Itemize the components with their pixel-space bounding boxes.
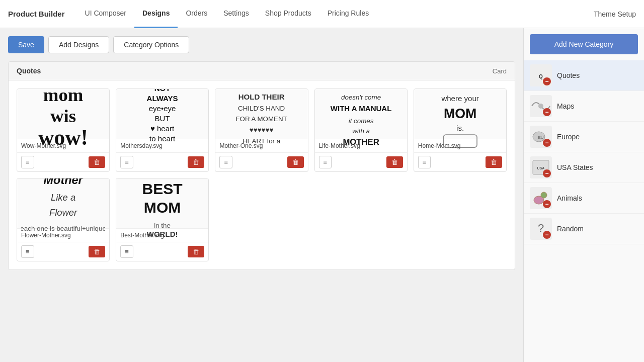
category-name: Maps bbox=[557, 102, 638, 110]
remove-badge[interactable]: − bbox=[543, 200, 551, 208]
nav-item-designs[interactable]: Designs bbox=[134, 0, 178, 28]
design-card-image: MotherLike aFlowereach one is beautiful+… bbox=[17, 178, 109, 229]
section-header: Quotes Card bbox=[9, 62, 515, 80]
svg-text:is.: is. bbox=[456, 124, 464, 132]
svg-point-42 bbox=[541, 192, 547, 198]
design-menu-button[interactable]: ≡ bbox=[219, 156, 232, 168]
svg-text:MOM: MOM bbox=[444, 106, 476, 121]
design-card-actions: ≡ 🗑 bbox=[116, 242, 208, 261]
svg-text:LIFE: LIFE bbox=[352, 88, 370, 90]
design-menu-button[interactable]: ≡ bbox=[319, 156, 332, 168]
svg-text:♥ heart: ♥ heart bbox=[150, 125, 175, 133]
svg-text:eye•eye: eye•eye bbox=[149, 104, 176, 113]
design-card: NOTALWAYSeye•eyeBUT♥ heartto heart Mothe… bbox=[116, 88, 209, 172]
design-card-actions: ≡ 🗑 bbox=[315, 153, 407, 171]
add-designs-button[interactable]: Add Designs bbox=[48, 36, 109, 53]
section-title: Quotes bbox=[17, 67, 41, 75]
category-item[interactable]: EU − Europe bbox=[524, 122, 644, 152]
svg-text:mom: mom bbox=[43, 88, 84, 105]
svg-text:it comes: it comes bbox=[348, 117, 373, 125]
design-menu-button[interactable]: ≡ bbox=[120, 156, 133, 168]
design-delete-button[interactable]: 🗑 bbox=[287, 156, 304, 168]
save-button[interactable]: Save bbox=[8, 36, 44, 53]
category-name: USA States bbox=[557, 163, 638, 171]
svg-text:WITH A MANUAL: WITH A MANUAL bbox=[330, 104, 391, 113]
design-delete-button[interactable]: 🗑 bbox=[188, 156, 204, 168]
nav-item-shop-products[interactable]: Shop Products bbox=[257, 0, 319, 28]
design-card-actions: ≡ 🗑 bbox=[116, 153, 208, 171]
design-menu-button[interactable]: ≡ bbox=[120, 245, 133, 258]
design-card-image: HOMEwhere yourMOMis. bbox=[414, 89, 506, 139]
category-name: Random bbox=[557, 225, 638, 233]
category-item[interactable]: − Maps bbox=[524, 91, 644, 122]
svg-text:Like a: Like a bbox=[51, 192, 75, 203]
svg-text:where your: where your bbox=[441, 94, 478, 103]
svg-text:with a: with a bbox=[352, 127, 370, 135]
design-delete-button[interactable]: 🗑 bbox=[89, 156, 105, 168]
svg-text:HOLD THEIR: HOLD THEIR bbox=[238, 93, 285, 101]
design-card-actions: ≡ 🗑 bbox=[17, 153, 109, 171]
toolbar: Save Add Designs Category Options bbox=[8, 36, 515, 53]
design-delete-button[interactable]: 🗑 bbox=[386, 156, 403, 168]
svg-text:CHILD'S HAND: CHILD'S HAND bbox=[238, 105, 285, 112]
design-card: MOTHERSHOLD THEIRCHILD'S HANDFOR A MOMEN… bbox=[215, 88, 308, 172]
svg-text:HOME: HOME bbox=[444, 88, 476, 90]
category-item[interactable]: Q − Quotes bbox=[524, 60, 644, 91]
category-item[interactable]: − Animals bbox=[524, 183, 644, 214]
category-name: Quotes bbox=[557, 71, 638, 79]
svg-text:doesn't come: doesn't come bbox=[341, 94, 381, 101]
category-options-button[interactable]: Category Options bbox=[113, 36, 189, 53]
svg-text:NOT: NOT bbox=[154, 88, 171, 93]
svg-text:wis: wis bbox=[50, 106, 76, 126]
design-menu-button[interactable]: ≡ bbox=[21, 156, 34, 168]
design-card-image: NOTALWAYSeye•eyeBUT♥ heartto heart bbox=[116, 89, 208, 139]
remove-badge[interactable]: − bbox=[543, 139, 551, 147]
section-badge: Card bbox=[493, 67, 507, 75]
remove-badge[interactable]: − bbox=[543, 77, 551, 85]
svg-text:I HAVE A: I HAVE A bbox=[148, 178, 176, 179]
design-menu-button[interactable]: ≡ bbox=[418, 156, 431, 168]
remove-badge[interactable]: − bbox=[543, 108, 551, 116]
category-thumb: − bbox=[530, 187, 552, 209]
category-thumb: USA − bbox=[530, 156, 552, 178]
svg-text:Flower: Flower bbox=[49, 208, 77, 218]
design-card: LIFEdoesn't comeWITH A MANUALit comeswit… bbox=[314, 88, 408, 172]
svg-text:ALWAYS: ALWAYS bbox=[147, 94, 178, 103]
nav-item-pricing-rules[interactable]: Pricing Rules bbox=[319, 0, 377, 28]
nav-item-orders[interactable]: Orders bbox=[178, 0, 215, 28]
main-area: Save Add Designs Category Options Quotes… bbox=[0, 28, 523, 362]
top-nav: Product Builder UI Composer Designs Orde… bbox=[0, 0, 644, 28]
design-card: MotherLike aFlowereach one is beautiful+… bbox=[17, 178, 110, 261]
svg-text:EU: EU bbox=[538, 135, 543, 140]
category-item[interactable]: USA − USA States bbox=[524, 152, 644, 183]
design-delete-button[interactable]: 🗑 bbox=[188, 246, 204, 257]
svg-text:MOM: MOM bbox=[144, 199, 181, 216]
nav-brand[interactable]: Product Builder bbox=[8, 10, 65, 18]
content-wrapper: Save Add Designs Category Options Quotes… bbox=[0, 28, 644, 362]
design-menu-button[interactable]: ≡ bbox=[21, 245, 34, 258]
remove-badge[interactable]: − bbox=[543, 169, 551, 177]
category-list: Q − Quotes − Maps EU − Europe USA − USA … bbox=[524, 60, 644, 362]
svg-text:Q: Q bbox=[539, 74, 543, 79]
svg-text:BEST: BEST bbox=[142, 180, 183, 197]
nav-items: UI Composer Designs Orders Settings Shop… bbox=[77, 0, 594, 28]
design-card-image: I HAVE ABESTMOMin theWORLD! bbox=[116, 178, 208, 229]
svg-text:USA: USA bbox=[537, 166, 545, 170]
design-delete-button[interactable]: 🗑 bbox=[89, 246, 105, 257]
svg-text:Mother: Mother bbox=[44, 178, 84, 187]
nav-item-settings[interactable]: Settings bbox=[215, 0, 257, 28]
category-name: Europe bbox=[557, 133, 638, 141]
design-card-image: LIFEdoesn't comeWITH A MANUALit comeswit… bbox=[315, 89, 407, 139]
design-card-actions: ≡ 🗑 bbox=[17, 242, 109, 261]
theme-setup-link[interactable]: Theme Setup bbox=[594, 10, 636, 18]
add-new-category-button[interactable]: Add New Category bbox=[530, 34, 638, 54]
svg-text:BUT: BUT bbox=[155, 115, 170, 123]
design-card: I HAVE ABESTMOMin theWORLD! Best-Mother.… bbox=[116, 178, 209, 261]
design-delete-button[interactable]: 🗑 bbox=[486, 156, 502, 168]
category-item[interactable]: ? − Random bbox=[524, 214, 644, 244]
nav-item-ui-composer[interactable]: UI Composer bbox=[77, 0, 134, 28]
remove-badge[interactable]: − bbox=[543, 231, 551, 239]
design-grid: momwiswow! Wow-Mother.svg ≡ 🗑 NOTALWAYSe… bbox=[9, 80, 515, 269]
design-card-image: MOTHERSHOLD THEIRCHILD'S HANDFOR A MOMEN… bbox=[215, 89, 307, 139]
design-card: momwiswow! Wow-Mother.svg ≡ 🗑 bbox=[17, 88, 110, 172]
